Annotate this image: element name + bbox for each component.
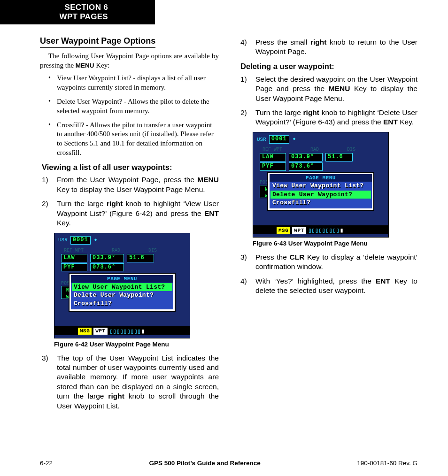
gps-row: PYF 073.6° [61, 263, 183, 272]
dis-label: DIS [347, 146, 355, 153]
procedure-heading: Viewing a list of all user waypoints: [42, 162, 219, 173]
step-number: 4) [240, 38, 255, 57]
step-number: 3) [42, 353, 57, 411]
bullet-item: Delete User Waypoint? - Allows the pilot… [48, 97, 219, 116]
ref-wpt-value: PYF [61, 263, 87, 272]
section-number: SECTION 6 [65, 3, 108, 12]
figure-6-42: USR 0001 • REF WPT RAD DIS LAW 033.9° 51… [54, 233, 219, 349]
page-content: User Waypoint Page Options The following… [40, 36, 417, 448]
bullet-item: View User Waypoint List? - displays a li… [48, 74, 219, 92]
step-number: 2) [240, 108, 255, 127]
usr-label: USR [58, 237, 68, 244]
delete-steps-cont: 3) Press the CLR Key to display a ‘delet… [240, 253, 417, 296]
gps-top-row: USR 0001 • [257, 135, 385, 144]
figure-caption: Figure 6-43 User Waypoint Page Menu [253, 239, 417, 248]
document-revision: 190-00181-60 Rev. G [357, 460, 417, 467]
delete-steps: 1) Select the desired waypoint on the Us… [240, 75, 417, 127]
rad-value: 073.6° [289, 162, 323, 171]
ref-wpt-label: REF WPT [64, 247, 84, 253]
rad-value: 033.9° [289, 153, 323, 161]
steps-list-cont: 3) The top of the User Waypoint List ind… [42, 353, 219, 411]
menu-title: PAGE MENU [71, 275, 173, 283]
rad-value: 073.6° [90, 263, 124, 272]
page-number: 6-22 [40, 460, 53, 467]
step-text: Press the small right knob to return to … [255, 38, 417, 57]
msg-indicator: MSG [277, 227, 290, 234]
step-number: 3) [240, 253, 255, 272]
menu-item: Delete User Waypoint? [71, 291, 173, 299]
step-text: With ‘Yes?’ highlighted, press the ENT K… [255, 276, 417, 296]
dis-value: 51.6 [325, 153, 353, 161]
waypoint-id: 0001 [269, 135, 289, 144]
page-footer: 6-22 GPS 500 Pilot’s Guide and Reference… [40, 460, 417, 467]
step-text: From the User Waypoint Page, press the M… [57, 175, 219, 194]
menu-item: View User Waypoint List? [270, 182, 372, 190]
step-text: The top of the User Waypoint List indica… [57, 353, 219, 411]
step-item: 2) Turn the large right knob to highligh… [42, 199, 219, 228]
gps-bottom-bar: MSG WPT ▯▯▯▯▯▯▯▯▯▮ [253, 227, 388, 234]
step-item: 1) From the User Waypoint Page, press th… [42, 175, 219, 194]
msg-indicator: MSG [78, 328, 92, 335]
steps-list: 1) From the User Waypoint Page, press th… [42, 175, 219, 228]
page-menu-popup: PAGE MENU View User Waypoint List? Delet… [70, 274, 175, 311]
rad-label: RAD [310, 146, 319, 153]
ref-wpt-value: PYF [260, 162, 286, 171]
gps-row: LAW 033.9° 51.6 [260, 153, 382, 161]
step-text: Press the CLR Key to display a ‘delete w… [255, 253, 417, 272]
menu-title: PAGE MENU [270, 174, 372, 182]
menu-key: MENU [329, 84, 350, 92]
intro-text-pre: The following User Waypoint Page options… [40, 52, 219, 69]
intro-paragraph: The following User Waypoint Page options… [40, 52, 219, 70]
ref-wpt-label: REF WPT [263, 146, 282, 153]
gps-screen: USR 0001 • REF WPT RAD DIS LAW 033.9° 51… [253, 132, 389, 238]
ent-key: ENT [383, 118, 398, 126]
step-text: Turn the large right knob to highlight ‘… [57, 199, 219, 228]
waypoint-symbol: • [292, 137, 297, 142]
figure-6-43: USR 0001 • REF WPT RAD DIS LAW 033.9° 51… [253, 132, 417, 248]
left-column: User Waypoint Page Options The following… [40, 36, 219, 448]
right-column: 4) Press the small right knob to return … [239, 36, 417, 448]
menu-item-highlighted: Delete User Waypoint? [270, 191, 371, 199]
usr-label: USR [257, 136, 266, 143]
rad-label: RAD [112, 247, 120, 253]
gps-top-row: USR 0001 • [58, 236, 186, 245]
gps-bottom-bar: MSG WPT ▯▯▯▯▯▯▯▯▯▮ [54, 328, 190, 335]
step-item: 3) Press the CLR Key to display a ‘delet… [240, 253, 417, 272]
menu-item: Crossfill? [270, 199, 372, 207]
bullet-item: Crossfill? - Allows the pilot to transfe… [48, 121, 219, 158]
intro-text-post: Key: [94, 61, 110, 69]
waypoint-symbol: • [93, 238, 98, 243]
waypoint-id: 0001 [70, 236, 91, 245]
right-knob: right [107, 200, 123, 207]
step-number: 4) [240, 276, 255, 296]
page-bar-end: ▮ [340, 226, 343, 235]
gps-data-rows: LAW 033.9° 51.6 PYF 073.6° [260, 153, 382, 172]
page-bar-end: ▮ [141, 327, 145, 336]
wpt-indicator: WPT [93, 328, 107, 335]
options-list: View User Waypoint List? - displays a li… [48, 74, 219, 157]
rad-value: 033.9° [90, 254, 124, 262]
clr-key: CLR [289, 253, 304, 261]
page-bars: ▯▯▯▯▯▯▯▯▯ [308, 226, 340, 235]
subsection-title: User Waypoint Page Options [40, 36, 155, 48]
ref-wpt-value: LAW [260, 153, 286, 161]
document-title: GPS 500 Pilot’s Guide and Reference [149, 460, 260, 467]
ent-key: ENT [204, 209, 219, 217]
gps-data-rows: LAW 033.9° 51.6 PYF 073.6° [61, 254, 183, 273]
wpt-indicator: WPT [292, 227, 306, 234]
step-item: 4) Press the small right knob to return … [240, 38, 417, 57]
menu-key-label: MENU [76, 62, 94, 69]
menu-key: MENU [197, 176, 219, 184]
gps-column-labels: REF WPT RAD DIS [263, 146, 379, 153]
ref-wpt-value: LAW [61, 254, 87, 262]
step-item: 2) Turn the large right knob to highligh… [240, 108, 417, 127]
page-menu-popup: PAGE MENU View User Waypoint List? Delet… [268, 173, 373, 210]
step-text: Turn the large right knob to highlight ‘… [255, 108, 417, 127]
right-knob: right [108, 392, 124, 400]
gps-screen: USR 0001 • REF WPT RAD DIS LAW 033.9° 51… [54, 233, 190, 338]
section-title: WPT PAGES [60, 12, 108, 22]
steps-list-cont2: 4) Press the small right knob to return … [240, 38, 417, 57]
menu-item: Crossfill? [71, 299, 173, 307]
ent-key: ENT [376, 277, 390, 285]
page-bars: ▯▯▯▯▯▯▯▯▯ [109, 327, 141, 336]
